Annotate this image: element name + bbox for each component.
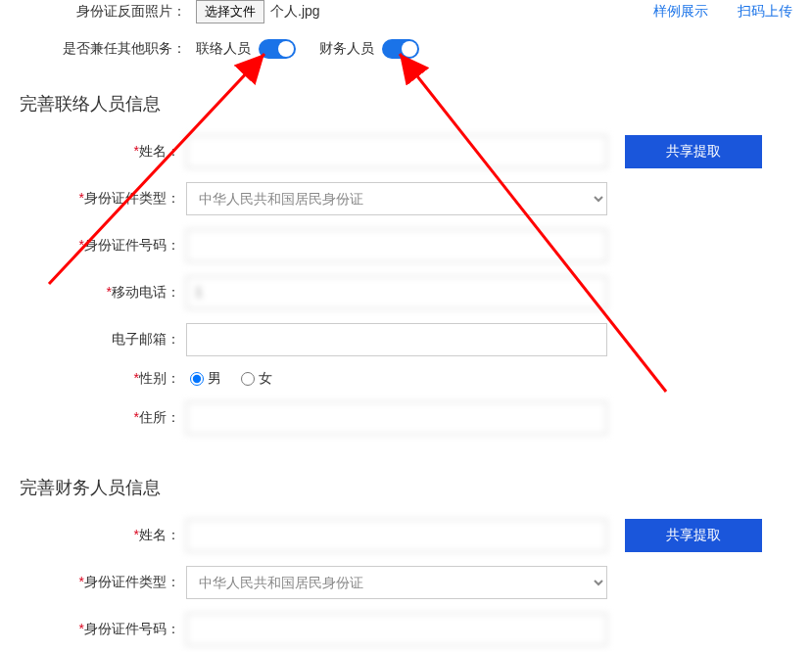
finance-idnum-input[interactable] [186,613,607,646]
finance-person-toggle[interactable] [382,39,419,59]
finance-name-input[interactable] [186,519,607,552]
contact-phone-input[interactable] [186,276,607,309]
contact-gender-label: *性别： [20,370,186,388]
scan-upload-link[interactable]: 扫码上传 [738,3,792,21]
idcard-back-label: 身份证反面照片： [20,3,186,21]
contact-share-extract-button[interactable]: 共享提取 [625,135,762,168]
contact-name-label: *姓名： [20,143,186,161]
contact-phone-label: *移动电话： [20,284,186,302]
finance-idtype-label: *身份证件类型： [20,574,186,591]
contact-address-input[interactable] [186,401,607,435]
uploaded-filename: 个人.jpg [270,3,320,21]
contact-idnum-label: *身份证件号码： [20,237,186,255]
contact-idnum-input[interactable] [186,229,607,262]
sample-link[interactable]: 样例展示 [653,3,708,21]
contact-email-label: 电子邮箱： [20,331,186,349]
finance-section-title: 完善财务人员信息 [20,458,792,509]
finance-share-extract-button[interactable]: 共享提取 [625,519,762,552]
contact-idtype-label: *身份证件类型： [20,190,186,208]
contact-email-input[interactable] [186,323,607,356]
contact-person-toggle-label: 联络人员 [196,40,251,58]
other-roles-label: 是否兼任其他职务： [20,40,186,58]
contact-idtype-select[interactable]: 中华人民共和国居民身份证 [186,182,607,215]
finance-idnum-label: *身份证件号码： [20,621,186,638]
contact-section-title: 完善联络人员信息 [20,74,792,125]
gender-female-radio[interactable]: 女 [241,370,272,388]
contact-address-label: *住所： [20,409,186,427]
contact-name-input[interactable] [186,135,607,168]
finance-person-toggle-label: 财务人员 [319,40,374,58]
contact-person-toggle[interactable] [259,39,296,59]
finance-idtype-select[interactable]: 中华人民共和国居民身份证 [186,566,607,599]
finance-name-label: *姓名： [20,527,186,544]
gender-male-radio[interactable]: 男 [190,370,221,388]
choose-file-button[interactable]: 选择文件 [196,0,264,23]
